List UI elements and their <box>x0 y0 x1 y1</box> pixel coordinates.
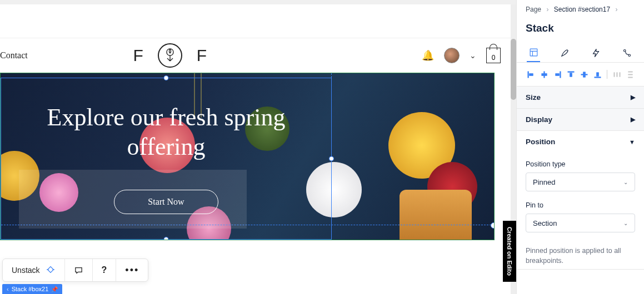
hover-overlay <box>19 170 247 229</box>
align-center-v-button[interactable] <box>578 68 590 80</box>
chip-label: Stack #box21 <box>12 286 49 292</box>
unstack-button[interactable]: Unstack <box>3 259 65 281</box>
svg-rect-4 <box>527 71 528 77</box>
svg-point-3 <box>628 54 631 56</box>
svg-rect-11 <box>570 73 572 77</box>
alignment-row <box>517 63 644 87</box>
selection-breadcrumb-chip[interactable]: ‹ Stack #box21 📌 <box>2 284 62 294</box>
pin-to-label: Pin to <box>526 201 635 209</box>
svg-rect-21 <box>628 77 632 77</box>
rose-icon <box>158 43 182 68</box>
selected-stack[interactable]: Explore our fresh spring offering Start … <box>1 78 332 240</box>
created-on-editor-badge[interactable]: Created on Edito <box>503 221 516 282</box>
vase-decor <box>400 190 472 240</box>
notifications-bell-icon[interactable]: 🔔 <box>422 49 434 62</box>
chevron-right-icon: ▶ <box>631 94 635 101</box>
more-actions-button[interactable]: ••• <box>116 259 148 281</box>
svg-point-2 <box>624 49 626 52</box>
accordion-size-label: Size <box>526 93 541 102</box>
svg-rect-7 <box>541 73 546 75</box>
align-center-h-button[interactable] <box>538 68 550 80</box>
panel-tabs <box>517 43 644 63</box>
svg-rect-9 <box>555 73 559 75</box>
breadcrumb-page[interactable]: Page <box>526 6 541 13</box>
pin-icon: 📌 <box>51 286 58 292</box>
nav-link-contact[interactable]: Contact <box>0 50 28 60</box>
account-chevron-down-icon[interactable]: ⌄ <box>470 51 476 60</box>
bag-count: 0 <box>492 54 496 62</box>
accordion-position[interactable]: Position▼ Position type Pinned ⌄ Pin to … <box>517 131 644 270</box>
chip-back-icon[interactable]: ‹ <box>7 286 9 292</box>
site-header: Contact F F 🔔 ⌄ 0 <box>0 38 511 72</box>
tab-effects[interactable] <box>621 43 634 62</box>
svg-rect-10 <box>567 71 573 72</box>
logo-letter-right: F <box>197 46 207 65</box>
canvas-top-strip <box>0 0 516 4</box>
resize-handle-top[interactable] <box>164 75 169 80</box>
chevron-down-icon: ⌄ <box>623 220 628 226</box>
site-logo[interactable]: F F <box>133 43 207 68</box>
svg-rect-17 <box>616 72 617 77</box>
svg-rect-13 <box>583 72 585 77</box>
resize-handle-bottom[interactable] <box>164 237 169 240</box>
svg-rect-20 <box>628 74 632 74</box>
accordion-display-label: Display <box>526 115 552 124</box>
position-type-label: Position type <box>526 160 635 168</box>
accordion-position-body: Position type Pinned ⌄ Pin to Section ⌄ … <box>517 153 644 269</box>
unstack-label: Unstack <box>12 266 40 275</box>
accordion-position-label: Position <box>526 138 555 146</box>
svg-rect-1 <box>530 49 537 56</box>
logo-letter-left: F <box>133 46 143 65</box>
pin-to-select[interactable]: Section ⌄ <box>526 214 635 232</box>
align-bottom-button[interactable] <box>591 68 603 80</box>
breadcrumb-section[interactable]: Section #section17 <box>554 6 610 13</box>
pin-to-value: Section <box>533 219 557 227</box>
chevron-down-icon: ⌄ <box>623 179 628 185</box>
accordion-display[interactable]: Display▶ <box>517 109 644 131</box>
hero-section[interactable]: Explore our fresh spring offering Start … <box>0 73 495 240</box>
accordion-size[interactable]: Size▶ <box>517 87 644 109</box>
comment-button[interactable] <box>65 259 93 281</box>
position-note: Pinned position is applied to all breakp… <box>526 242 635 266</box>
scrollbar-thumb[interactable] <box>511 39 516 100</box>
svg-rect-5 <box>529 73 533 75</box>
tab-layout[interactable] <box>527 43 540 62</box>
chevron-right-icon: › <box>615 6 617 13</box>
resize-handle-right[interactable] <box>329 156 334 161</box>
position-type-value: Pinned <box>533 178 555 186</box>
svg-rect-15 <box>596 72 598 76</box>
breadcrumb: Page › Section #section17 › <box>517 0 644 19</box>
align-top-button[interactable] <box>565 68 577 80</box>
help-button[interactable]: ? <box>93 259 117 281</box>
svg-rect-8 <box>560 71 560 77</box>
distribute-v-button[interactable] <box>624 68 636 80</box>
inspector-panel: Page › Section #section17 › Stack Size▶ <box>516 0 644 294</box>
floating-toolbar: Unstack ? ••• <box>2 258 148 282</box>
tab-design[interactable] <box>558 43 571 62</box>
hero-title[interactable]: Explore our fresh spring offering <box>23 103 309 162</box>
panel-title: Stack <box>517 19 644 43</box>
tab-interactions[interactable] <box>590 43 603 62</box>
chevron-right-icon: › <box>546 6 548 13</box>
chevron-right-icon: ▶ <box>631 116 635 123</box>
chevron-down-icon: ▼ <box>629 139 635 145</box>
svg-rect-14 <box>594 77 600 77</box>
svg-rect-19 <box>628 71 632 72</box>
layout-diamond-icon <box>46 265 56 276</box>
divider <box>607 70 607 79</box>
position-type-select[interactable]: Pinned ⌄ <box>526 173 635 191</box>
align-left-button[interactable] <box>525 68 537 80</box>
editor-canvas: Contact F F 🔔 ⌄ 0 <box>0 0 516 294</box>
align-right-button[interactable] <box>551 68 563 80</box>
svg-rect-18 <box>619 72 620 77</box>
avatar[interactable] <box>444 48 460 63</box>
shopping-bag[interactable]: 0 <box>486 48 501 63</box>
svg-rect-16 <box>613 72 614 77</box>
distribute-h-button[interactable] <box>611 68 623 80</box>
